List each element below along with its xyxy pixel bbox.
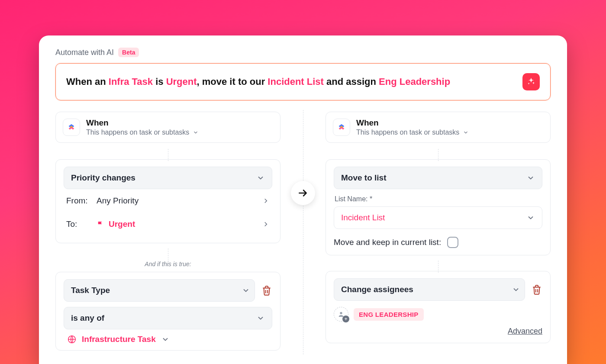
svg-point-1 xyxy=(340,312,342,314)
list-name-label: List Name: * xyxy=(335,195,542,203)
plus-icon: + xyxy=(342,316,349,322)
change-assignees-section: Change assignees + ENG LEADERSHIP Advanc… xyxy=(326,271,551,343)
chevron-down-icon xyxy=(256,314,265,322)
ai-prompt-text: When an Infra Task is Urgent, move it to… xyxy=(66,75,450,88)
trash-icon[interactable] xyxy=(531,284,542,295)
chevron-down-icon xyxy=(512,285,520,294)
chevron-down-icon xyxy=(256,174,265,182)
keep-in-list-label: Move and keep in current list: xyxy=(334,238,441,247)
priority-to-row[interactable]: To: Urgent xyxy=(64,213,272,236)
clickup-logo-icon xyxy=(333,119,350,136)
chevron-down-icon xyxy=(161,335,170,344)
condition-section: Task Type is any of Infrastructure Task xyxy=(55,272,280,351)
advanced-link[interactable]: Advanced xyxy=(508,327,542,335)
automation-panel: Automate with AI Beta When an Infra Task… xyxy=(39,35,567,364)
when-title: When xyxy=(86,118,199,128)
move-to-list-section: Move to list List Name: * Incident List … xyxy=(326,159,551,255)
globe-icon xyxy=(67,335,77,344)
connector-line xyxy=(326,149,551,161)
trash-icon[interactable] xyxy=(261,285,272,296)
trigger-column: When This happens on task or subtasks Pr… xyxy=(55,112,280,358)
list-name-select[interactable]: Incident List xyxy=(334,206,542,229)
chevron-right-icon xyxy=(262,220,270,228)
assignee-chip[interactable]: ENG LEADERSHIP xyxy=(354,308,424,321)
chevron-down-icon xyxy=(242,286,250,295)
ai-generate-button[interactable] xyxy=(522,73,540,90)
flag-icon xyxy=(97,220,104,228)
connector-line xyxy=(55,149,280,161)
action-type-select[interactable]: Move to list xyxy=(334,167,542,189)
condition-value-select[interactable]: Infrastructure Task xyxy=(64,329,272,346)
beta-badge: Beta xyxy=(118,48,139,57)
chevron-down-icon xyxy=(463,129,469,135)
column-divider xyxy=(303,110,303,354)
ai-prompt-input[interactable]: When an Infra Task is Urgent, move it to… xyxy=(55,63,551,100)
when-card: When This happens on task or subtasks xyxy=(55,112,280,143)
chevron-down-icon xyxy=(526,213,535,222)
connector-line xyxy=(326,261,551,273)
clickup-logo-icon xyxy=(63,119,80,136)
trigger-type-select[interactable]: Priority changes xyxy=(64,167,272,189)
add-assignee-button[interactable]: + xyxy=(334,307,348,322)
when-scope-dropdown[interactable]: This happens on task or subtasks xyxy=(356,129,469,136)
flow-arrow xyxy=(291,181,315,205)
header-title: Automate with AI xyxy=(55,48,114,57)
header: Automate with AI Beta xyxy=(55,48,551,57)
keep-in-list-checkbox[interactable] xyxy=(447,237,458,248)
connector-line xyxy=(55,248,280,261)
priority-from-row[interactable]: From: Any Priority xyxy=(64,189,272,213)
sparkle-icon xyxy=(526,77,536,87)
chevron-right-icon xyxy=(262,197,270,205)
condition-note: And if this is true: xyxy=(55,261,280,267)
when-scope-dropdown[interactable]: This happens on task or subtasks xyxy=(86,129,199,136)
condition-operator-select[interactable]: is any of xyxy=(64,307,272,329)
when-card: When This happens on task or subtasks xyxy=(326,112,551,143)
chevron-down-icon xyxy=(526,174,535,182)
action-column: When This happens on task or subtasks Mo… xyxy=(326,112,551,351)
trigger-section: Priority changes From: Any Priority To: … xyxy=(55,159,280,243)
arrow-right-icon xyxy=(297,187,309,199)
when-title: When xyxy=(356,118,469,128)
condition-field-select[interactable]: Task Type xyxy=(64,279,255,302)
chevron-down-icon xyxy=(193,129,199,135)
action-type-select[interactable]: Change assignees xyxy=(334,278,525,301)
